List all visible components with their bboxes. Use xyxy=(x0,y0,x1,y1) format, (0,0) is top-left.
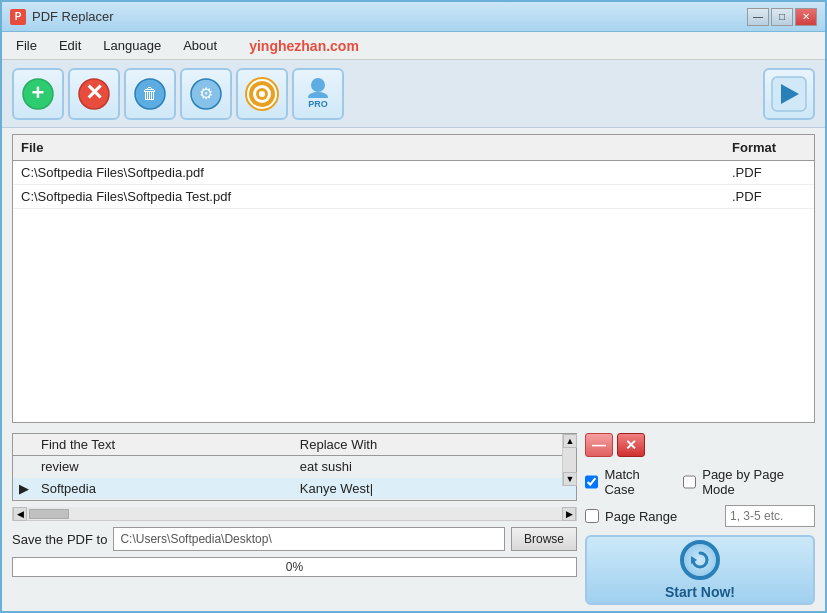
bottom-section: Find the Text Replace With review eat su… xyxy=(12,433,815,605)
hscrollbar[interactable]: ◀ ▶ xyxy=(12,507,577,521)
file-format: .PDF xyxy=(724,163,814,182)
scroll-left[interactable]: ◀ xyxy=(13,507,27,521)
file-list-body: C:\Softpedia Files\Softpedia.pdf .PDF C:… xyxy=(13,161,814,422)
svg-text:🗑: 🗑 xyxy=(142,85,158,102)
vscrollbar[interactable]: ▲ ▼ xyxy=(562,434,576,486)
progress-text: 0% xyxy=(286,560,303,574)
settings-button[interactable]: ⚙ xyxy=(180,68,232,120)
main-window: P PDF Replacer — □ ✕ File Edit Language … xyxy=(0,0,827,613)
brand-text: yinghezhan.com xyxy=(249,38,359,54)
delete-button[interactable]: 🗑 xyxy=(124,68,176,120)
svg-text:+: + xyxy=(32,80,45,105)
svg-point-13 xyxy=(311,78,325,92)
start-label: Start Now! xyxy=(665,584,735,600)
col-replace-header: Replace With xyxy=(294,434,562,456)
title-bar-left: P PDF Replacer xyxy=(10,9,114,25)
save-path-input[interactable] xyxy=(113,527,505,551)
menu-language[interactable]: Language xyxy=(93,35,171,56)
svg-text:⚙: ⚙ xyxy=(199,85,213,102)
file-row[interactable]: C:\Softpedia Files\Softpedia Test.pdf .P… xyxy=(13,185,814,209)
row-arrow xyxy=(13,456,35,478)
file-path: C:\Softpedia Files\Softpedia Test.pdf xyxy=(13,187,724,206)
scroll-down[interactable]: ▼ xyxy=(563,472,577,486)
menu-edit[interactable]: Edit xyxy=(49,35,91,56)
page-range-row: Page Range xyxy=(585,505,815,527)
col-arrow-header xyxy=(13,434,35,456)
replace-table-container: Find the Text Replace With review eat su… xyxy=(12,433,577,501)
col-file-header: File xyxy=(13,138,724,157)
menu-about[interactable]: About xyxy=(173,35,227,56)
clear-button[interactable]: ✕ xyxy=(617,433,645,457)
replace-text[interactable]: Kanye West| xyxy=(294,478,562,500)
app-icon: P xyxy=(10,9,26,25)
scroll-right[interactable]: ▶ xyxy=(562,507,576,521)
close-button[interactable]: ✕ xyxy=(795,8,817,26)
file-path: C:\Softpedia Files\Softpedia.pdf xyxy=(13,163,724,182)
page-range-input[interactable] xyxy=(725,505,815,527)
replace-text[interactable]: eat sushi xyxy=(294,456,562,478)
match-case-label: Match Case xyxy=(604,467,670,497)
next-button[interactable] xyxy=(763,68,815,120)
window-title: PDF Replacer xyxy=(32,9,114,24)
remove-button[interactable]: ✕ xyxy=(68,68,120,120)
pro-button[interactable]: PRO xyxy=(292,68,344,120)
replace-row[interactable]: ▶ Softpedia Kanye West| xyxy=(13,478,576,500)
file-list-section: File Format C:\Softpedia Files\Softpedia… xyxy=(12,134,815,423)
title-controls: — □ ✕ xyxy=(747,8,817,26)
minimize-button[interactable]: — xyxy=(747,8,769,26)
page-range-checkbox[interactable] xyxy=(585,509,599,523)
left-bottom: Find the Text Replace With review eat su… xyxy=(12,433,577,605)
start-button[interactable]: Start Now! xyxy=(585,535,815,605)
file-row[interactable]: C:\Softpedia Files\Softpedia.pdf .PDF xyxy=(13,161,814,185)
match-case-checkbox[interactable] xyxy=(585,475,598,489)
menu-bar: File Edit Language About yinghezhan.com xyxy=(2,32,825,60)
row-arrow: ▶ xyxy=(13,478,35,500)
file-format: .PDF xyxy=(724,187,814,206)
find-text[interactable]: review xyxy=(35,456,294,478)
page-range-label: Page Range xyxy=(605,509,677,524)
col-find-header: Find the Text xyxy=(35,434,294,456)
start-icon xyxy=(680,540,720,580)
help-button[interactable] xyxy=(236,68,288,120)
page-by-page-checkbox[interactable] xyxy=(683,475,696,489)
svg-point-12 xyxy=(259,91,265,97)
progress-bar-container: 0% xyxy=(12,557,577,577)
save-path-row: Save the PDF to Browse xyxy=(12,527,577,551)
svg-text:✕: ✕ xyxy=(85,80,103,105)
replace-row[interactable]: review eat sushi xyxy=(13,456,576,478)
right-panel: — ✕ Match Case Page by Page Mode xyxy=(585,433,815,605)
browse-button[interactable]: Browse xyxy=(511,527,577,551)
maximize-button[interactable]: □ xyxy=(771,8,793,26)
scroll-up[interactable]: ▲ xyxy=(563,434,577,448)
toolbar: + ✕ 🗑 ⚙ xyxy=(2,60,825,128)
replace-table: Find the Text Replace With review eat su… xyxy=(13,434,576,500)
match-case-row: Match Case Page by Page Mode xyxy=(585,467,815,497)
file-list-header: File Format xyxy=(13,135,814,161)
hscroll-thumb[interactable] xyxy=(29,509,69,519)
action-buttons-row: — ✕ xyxy=(585,433,815,457)
minus-button[interactable]: — xyxy=(585,433,613,457)
svg-point-14 xyxy=(308,92,328,98)
find-text[interactable]: Softpedia xyxy=(35,478,294,500)
scroll-track xyxy=(563,448,576,472)
menu-file[interactable]: File xyxy=(6,35,47,56)
save-label: Save the PDF to xyxy=(12,532,107,547)
title-bar: P PDF Replacer — □ ✕ xyxy=(2,2,825,32)
col-format-header: Format xyxy=(724,138,814,157)
right-controls: — ✕ Match Case Page by Page Mode xyxy=(585,433,815,529)
page-by-page-label: Page by Page Mode xyxy=(702,467,815,497)
add-button[interactable]: + xyxy=(12,68,64,120)
